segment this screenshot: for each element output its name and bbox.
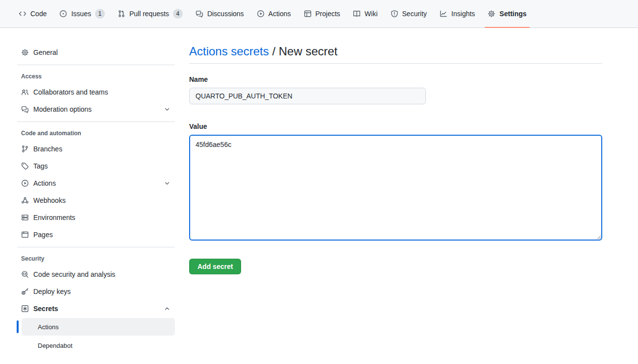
tab-security[interactable]: Security — [386, 0, 432, 27]
tab-pull-requests[interactable]: Pull requests 4 — [113, 0, 188, 27]
sidebar-item-label: Collaborators and teams — [33, 88, 108, 96]
settings-layout: General Access Collaborators and teams M… — [0, 28, 638, 355]
chevron-up-icon — [163, 305, 171, 313]
tab-label: Discussions — [207, 10, 244, 18]
add-secret-button[interactable]: Add secret — [189, 259, 241, 274]
sidebar-item-label: Pages — [33, 231, 53, 239]
chevron-down-icon — [163, 179, 171, 187]
value-field-label: Value — [189, 122, 602, 130]
sidebar-item-pages[interactable]: Pages — [17, 227, 175, 243]
sidebar-subitem-label: Actions — [38, 323, 59, 331]
sidebar-item-label: Branches — [33, 145, 62, 153]
tab-label: Projects — [316, 10, 341, 18]
git-pull-request-icon — [118, 10, 125, 18]
sidebar-item-branches[interactable]: Branches — [17, 141, 175, 157]
issues-count-badge: 1 — [95, 9, 105, 19]
issue-opened-icon — [59, 10, 67, 18]
sidebar-divider — [17, 247, 175, 247]
pull-requests-count-badge: 4 — [173, 9, 183, 19]
sidebar-divider — [17, 65, 175, 65]
actions-secrets-breadcrumb-link[interactable]: Actions secrets — [189, 45, 269, 58]
tab-label: Security — [402, 10, 427, 18]
comment-discussion-icon — [21, 105, 29, 113]
tag-icon — [21, 162, 29, 170]
shield-icon — [391, 10, 398, 18]
table-icon — [304, 10, 312, 18]
new-secret-form: Actions secrets / New secret Name Value … — [189, 45, 602, 274]
sidebar-section-title-access: Access — [17, 70, 175, 84]
sidebar-item-code-security-and-analysis[interactable]: Code security and analysis — [17, 267, 175, 282]
tab-settings[interactable]: Settings — [483, 0, 531, 27]
sidebar-item-tags[interactable]: Tags — [17, 158, 175, 174]
sidebar-item-actions[interactable]: Actions — [17, 175, 175, 191]
tab-actions[interactable]: Actions — [252, 0, 296, 27]
value-field-group: Value 45fd6ae56c — [189, 122, 602, 241]
browser-icon — [21, 231, 29, 239]
tab-projects[interactable]: Projects — [299, 0, 345, 27]
sidebar-item-label: Tags — [33, 162, 48, 170]
tab-label: Settings — [499, 10, 526, 18]
sidebar-item-deploy-keys[interactable]: Deploy keys — [17, 284, 175, 299]
asterisk-box-icon — [21, 305, 29, 313]
tab-discussions[interactable]: Discussions — [191, 0, 249, 27]
tab-issues[interactable]: Issues 1 — [54, 0, 109, 27]
secret-value-textarea[interactable]: 45fd6ae56c — [189, 135, 602, 241]
tab-label: Actions — [269, 10, 291, 18]
comment-discussion-icon — [196, 10, 203, 18]
tab-code[interactable]: Code — [14, 0, 51, 27]
sidebar-item-label: Webhooks — [33, 196, 66, 204]
chevron-down-icon — [163, 105, 171, 113]
settings-sidebar: General Access Collaborators and teams M… — [17, 45, 175, 355]
sidebar-subitem-actions-secrets[interactable]: Actions — [22, 318, 175, 336]
sidebar-section-title-code-and-automation: Code and automation — [17, 126, 175, 141]
tab-insights[interactable]: Insights — [435, 0, 480, 27]
sidebar-item-label: Deploy keys — [33, 288, 71, 295]
tab-label: Issues — [71, 10, 91, 18]
gear-icon — [21, 49, 29, 56]
sidebar-item-environments[interactable]: Environments — [17, 210, 175, 225]
sidebar-item-webhooks[interactable]: Webhooks — [17, 193, 175, 208]
tab-label: Insights — [451, 10, 475, 18]
play-icon — [21, 179, 29, 187]
sidebar-item-moderation-options[interactable]: Moderation options — [17, 101, 175, 117]
book-icon — [353, 10, 361, 18]
sidebar-item-collaborators-and-teams[interactable]: Collaborators and teams — [17, 84, 175, 100]
sidebar-item-general[interactable]: General — [17, 45, 175, 60]
people-icon — [21, 88, 29, 96]
tab-label: Wiki — [365, 10, 377, 18]
sidebar-subitem-dependabot-secrets[interactable]: Dependabot — [22, 337, 175, 354]
sidebar-divider — [17, 121, 175, 122]
name-field-label: Name — [189, 75, 602, 83]
sidebar-item-label: General — [33, 49, 58, 56]
repository-settings-page: Code Issues 1 Pull requests 4 Discussion… — [0, 0, 638, 364]
tab-label: Code — [30, 10, 47, 18]
page-title: Actions secrets / New secret — [189, 45, 602, 64]
sidebar-item-label: Secrets — [33, 305, 159, 313]
name-field-group: Name — [189, 75, 602, 104]
sidebar-item-label: Actions — [33, 179, 159, 187]
secret-name-input[interactable] — [189, 88, 426, 104]
sidebar-item-secrets[interactable]: Secrets — [17, 301, 175, 316]
tab-label: Pull requests — [129, 10, 169, 18]
breadcrumb-current: New secret — [279, 45, 338, 58]
key-icon — [21, 288, 29, 295]
repo-tab-nav: Code Issues 1 Pull requests 4 Discussion… — [0, 0, 638, 28]
server-icon — [21, 214, 29, 221]
graph-icon — [440, 10, 447, 18]
tab-wiki[interactable]: Wiki — [348, 0, 382, 27]
breadcrumb-separator: / — [272, 45, 275, 58]
git-branch-icon — [21, 145, 29, 153]
sidebar-section-title-security: Security — [17, 252, 175, 267]
webhook-icon — [21, 196, 29, 204]
codescan-icon — [21, 270, 29, 278]
sidebar-item-label: Code security and analysis — [33, 270, 115, 278]
play-icon — [257, 10, 265, 18]
sidebar-item-label: Environments — [33, 214, 75, 221]
sidebar-subitem-label: Dependabot — [38, 342, 73, 349]
code-icon — [19, 10, 26, 18]
sidebar-item-label: Moderation options — [33, 105, 159, 113]
gear-icon — [488, 10, 495, 18]
